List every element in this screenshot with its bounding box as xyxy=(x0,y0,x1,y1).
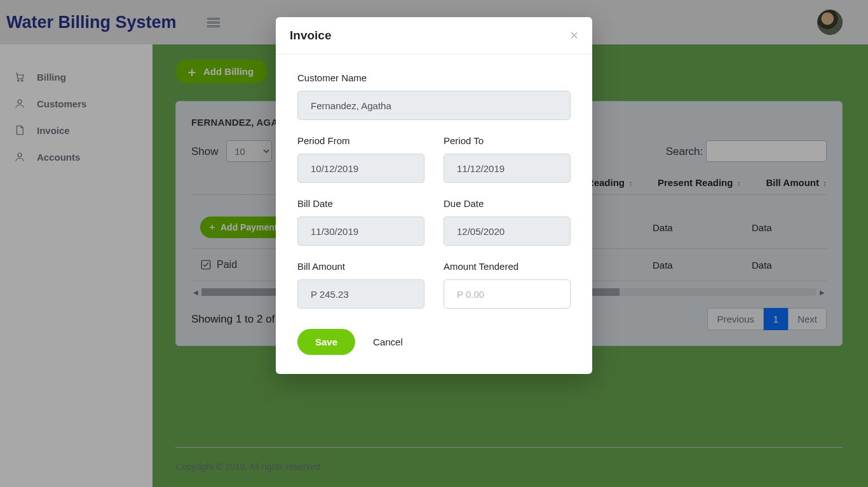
period-from-label: Period From xyxy=(297,135,424,146)
invoice-modal: Invoice × Customer Name Period From Peri… xyxy=(276,17,592,374)
amount-tendered-field[interactable] xyxy=(444,279,571,309)
period-from-field xyxy=(297,154,424,183)
modal-actions: Save Cancel xyxy=(276,329,592,374)
period-to-label: Period To xyxy=(444,135,571,146)
modal-body: Customer Name Period From Period To Bill… xyxy=(276,55,592,329)
bill-date-field xyxy=(297,217,424,246)
customer-name-field xyxy=(297,91,571,120)
bill-amount-label: Bill Amount xyxy=(297,261,424,272)
modal-title: Invoice xyxy=(290,29,331,43)
close-icon[interactable]: × xyxy=(570,29,578,43)
save-button[interactable]: Save xyxy=(297,329,355,355)
due-date-field xyxy=(444,217,571,246)
amount-tendered-label: Amount Tendered xyxy=(444,261,571,272)
cancel-button[interactable]: Cancel xyxy=(373,337,403,347)
period-to-field xyxy=(444,154,571,183)
due-date-label: Due Date xyxy=(444,198,571,209)
customer-name-label: Customer Name xyxy=(297,72,571,83)
bill-amount-field xyxy=(297,279,424,309)
bill-date-label: Bill Date xyxy=(297,198,424,209)
modal-header: Invoice × xyxy=(276,17,592,55)
